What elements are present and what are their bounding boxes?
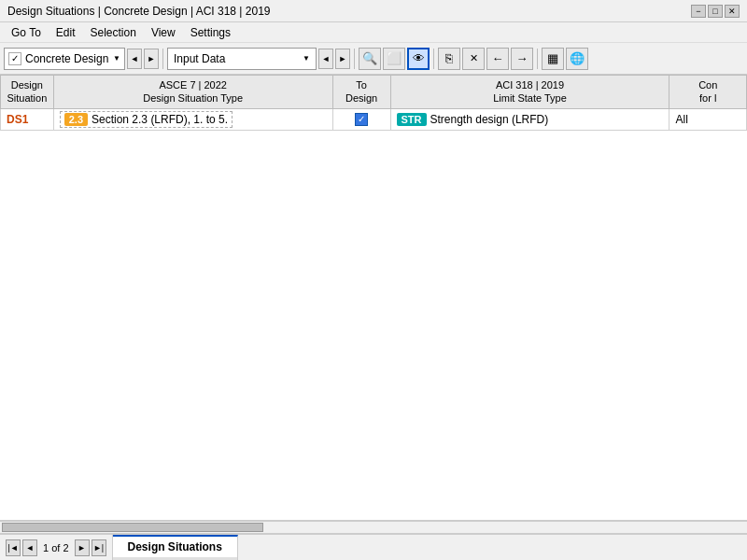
prev-view-button[interactable]: ◄ bbox=[318, 49, 333, 69]
delete-button[interactable]: ✕ bbox=[462, 48, 485, 70]
cell-aci: STRStrength design (LRFD) bbox=[390, 108, 669, 130]
separator-1 bbox=[162, 49, 163, 69]
title-bar: Design Situations | Concrete Design | AC… bbox=[0, 0, 747, 22]
table-header-row: DesignSituation ASCE 7 | 2022Design Situ… bbox=[1, 76, 747, 109]
bottom-tabs: Design SituationsObjects to Design bbox=[113, 535, 238, 560]
eye-button[interactable]: 👁 bbox=[407, 48, 430, 70]
aci-text: Strength design (LRFD) bbox=[430, 113, 549, 126]
prev-design-button[interactable]: ◄ bbox=[127, 49, 142, 69]
window-title: Design Situations | Concrete Design | AC… bbox=[7, 5, 271, 18]
view-mode-label: Input Data bbox=[174, 52, 225, 65]
maximize-button[interactable]: □ bbox=[708, 5, 723, 18]
menu-item-go-to[interactable]: Go To bbox=[4, 24, 49, 41]
close-button[interactable]: ✕ bbox=[725, 5, 740, 18]
first-page-button[interactable]: |◄ bbox=[6, 539, 21, 556]
search-button[interactable]: 🔍 bbox=[359, 48, 381, 70]
table-area: DesignSituation ASCE 7 | 2022Design Situ… bbox=[0, 75, 747, 521]
scrollbar-thumb[interactable] bbox=[2, 523, 263, 532]
col-header-aci: ACI 318 | 2019Limit State Type bbox=[390, 76, 669, 109]
col-header-asce: ASCE 7 | 2022Design Situation Type bbox=[53, 76, 332, 109]
bottom-tab-design-situations[interactable]: Design Situations bbox=[113, 535, 238, 557]
table-row[interactable]: DS12.3Section 2.3 (LRFD), 1. to 5.✓STRSt… bbox=[1, 108, 747, 130]
minimize-button[interactable]: − bbox=[691, 5, 706, 18]
menu-bar: Go ToEditSelectionViewSettings bbox=[0, 22, 747, 43]
separator-4 bbox=[537, 49, 538, 69]
separator-2 bbox=[354, 49, 355, 69]
cell-asce: 2.3Section 2.3 (LRFD), 1. to 5. bbox=[53, 108, 332, 130]
menu-item-edit[interactable]: Edit bbox=[49, 24, 83, 41]
asce-text: Section 2.3 (LRFD), 1. to 5. bbox=[92, 113, 228, 126]
page-navigation: |◄ ◄ 1 of 2 ► ►| bbox=[0, 535, 113, 560]
view-mode-dropdown[interactable]: Input Data ▼ bbox=[167, 48, 317, 70]
design-type-dropdown[interactable]: ✓ Concrete Design ▼ bbox=[4, 48, 125, 70]
prev-page-button[interactable]: ◄ bbox=[22, 539, 37, 556]
ds-value: DS1 bbox=[7, 113, 28, 126]
last-page-button[interactable]: ►| bbox=[92, 539, 106, 556]
to-design-checkbox[interactable]: ✓ bbox=[355, 113, 368, 126]
check-icon: ✓ bbox=[8, 52, 21, 65]
asce-badge: 2.3 bbox=[64, 113, 88, 126]
bottom-bar: |◄ ◄ 1 of 2 ► ►| Design SituationsObject… bbox=[0, 534, 747, 560]
menu-item-view[interactable]: View bbox=[144, 24, 183, 41]
table-button[interactable]: ▦ bbox=[542, 48, 564, 70]
window-controls: − □ ✕ bbox=[691, 5, 740, 18]
copy-button[interactable]: ⎘ bbox=[438, 48, 460, 70]
dropdown2-arrow-icon: ▼ bbox=[303, 54, 310, 63]
col-header-to: ToDesign bbox=[332, 76, 390, 109]
arrow-right-button[interactable]: → bbox=[511, 48, 533, 70]
design-situations-table: DesignSituation ASCE 7 | 2022Design Situ… bbox=[0, 75, 747, 131]
page-indicator: 1 of 2 bbox=[39, 542, 73, 553]
horizontal-scrollbar[interactable] bbox=[0, 521, 747, 534]
dropdown-arrow-icon: ▼ bbox=[113, 54, 120, 63]
next-page-button[interactable]: ► bbox=[75, 539, 90, 556]
separator-3 bbox=[433, 49, 434, 69]
cell-con: All bbox=[669, 108, 747, 130]
col-header-con: Confor l bbox=[669, 76, 747, 109]
cell-ds: DS1 bbox=[1, 108, 54, 130]
next-design-button[interactable]: ► bbox=[144, 49, 159, 69]
aci-badge: STR bbox=[397, 113, 427, 126]
arrow-left-button[interactable]: ← bbox=[486, 48, 509, 70]
frame-button[interactable]: ⬜ bbox=[383, 48, 405, 70]
cell-to-design[interactable]: ✓ bbox=[332, 108, 390, 130]
design-type-label: Concrete Design bbox=[25, 52, 108, 65]
globe-button[interactable]: 🌐 bbox=[566, 48, 588, 70]
col-header-ds: DesignSituation bbox=[1, 76, 54, 109]
table-body: DS12.3Section 2.3 (LRFD), 1. to 5.✓STRSt… bbox=[1, 108, 747, 130]
menu-item-selection[interactable]: Selection bbox=[83, 24, 144, 41]
menu-item-settings[interactable]: Settings bbox=[183, 24, 238, 41]
toolbar: ✓ Concrete Design ▼ ◄ ► Input Data ▼ ◄ ►… bbox=[0, 43, 747, 75]
next-view-button[interactable]: ► bbox=[335, 49, 350, 69]
